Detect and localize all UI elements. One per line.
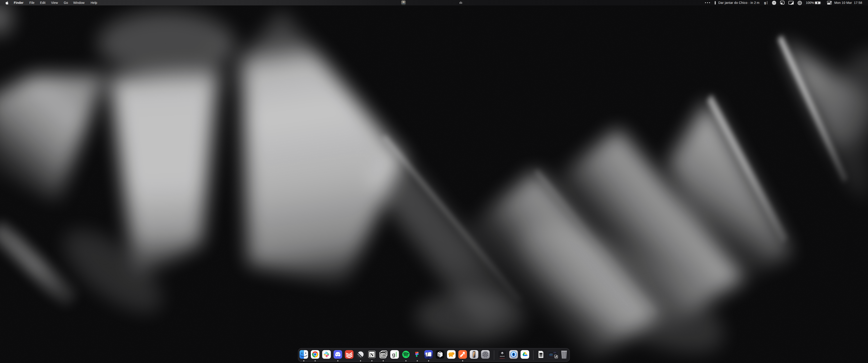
svg-text:raycast: raycast bbox=[500, 356, 505, 357]
svg-text:11: 11 bbox=[556, 356, 557, 358]
svg-text:g: g bbox=[392, 352, 395, 358]
svg-text:10: 10 bbox=[381, 353, 385, 358]
svg-text:N: N bbox=[370, 352, 374, 358]
